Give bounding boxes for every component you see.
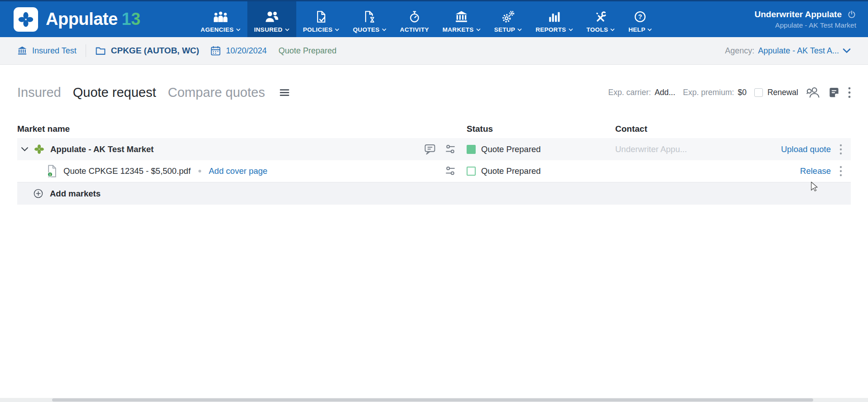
agency-selector[interactable]: Agency: Appulate - AK Test A... [725, 46, 851, 56]
logout-power-icon[interactable] [847, 10, 856, 19]
market-name: Appulate - AK Test Market [50, 144, 154, 154]
calendar-icon [210, 45, 221, 56]
breadcrumb: Insured Test CPKGE (AUTOB, WC) 10/20/202… [0, 37, 868, 65]
add-cover-page-link[interactable]: Add cover page [209, 166, 268, 176]
column-status: Status [467, 124, 615, 134]
menu-label: MARKETS [443, 26, 474, 33]
brand[interactable]: Appulate13 [0, 1, 140, 37]
chevron-down-icon[interactable] [843, 48, 851, 53]
horizontal-scrollbar-thumb[interactable] [52, 398, 813, 402]
messages-icon[interactable] [424, 143, 436, 156]
chevron-down-icon [335, 28, 339, 31]
insured-link[interactable]: Insured Test [32, 46, 77, 56]
renewal-checkbox[interactable] [754, 88, 763, 97]
tabs-row: Insured Quote request Compare quotes Exp… [17, 81, 851, 103]
svg-text:?: ? [638, 13, 642, 20]
menu-item-policies[interactable]: POLICIES [296, 1, 346, 37]
menu-item-setup[interactable]: SETUP [487, 1, 529, 37]
quote-status-text: Quote Prepared [481, 166, 541, 176]
exp-premium-label: Exp. premium: [683, 88, 734, 97]
quote-toolbar: Exp. carrier: Add... Exp. premium: $0 Re… [608, 86, 851, 99]
menu-label: QUOTES [353, 26, 380, 33]
market-clover-icon [34, 144, 44, 154]
add-markets-button[interactable]: Add markets [17, 182, 851, 205]
quotes-icon [363, 9, 376, 25]
tools-icon [593, 9, 608, 25]
menu-item-insured[interactable]: INSURED [247, 1, 296, 37]
tab-compare-quotes[interactable]: Compare quotes [168, 85, 265, 100]
market-settings-sliders-icon[interactable] [444, 143, 457, 156]
menu-label: POLICIES [303, 26, 333, 33]
page: Appulate13 AGENCIES INSUR [0, 0, 868, 402]
top-navbar: Appulate13 AGENCIES INSUR [0, 0, 868, 37]
notes-icon[interactable] [828, 86, 840, 99]
menu-item-help[interactable]: ? HELP [622, 1, 659, 37]
pdf-file-icon: i [46, 164, 58, 178]
chevron-down-icon [569, 28, 573, 31]
menu-item-tools[interactable]: TOOLS [580, 1, 622, 37]
chevron-down-icon [285, 28, 289, 31]
underwriter-view-icon[interactable] [806, 86, 820, 99]
effective-date-link[interactable]: 10/20/2024 [226, 46, 267, 56]
help-icon: ? [633, 9, 647, 25]
menu-item-activity[interactable]: ACTIVITY [393, 1, 436, 37]
quote-file-name[interactable]: Quote CPKGE 12345 - $5,500.pdf [63, 166, 191, 176]
user-organization: Appulate - AK Test Market [775, 21, 856, 29]
menu-label: INSURED [254, 26, 283, 33]
bank-icon [17, 46, 27, 56]
menu-label: TOOLS [587, 26, 608, 33]
menu-label: AGENCIES [201, 26, 234, 33]
quote-row-kebab-icon[interactable] [839, 166, 842, 177]
menu-item-reports[interactable]: REPORTS [529, 1, 579, 37]
folder-icon [95, 45, 106, 56]
menu-label: ACTIVITY [400, 26, 429, 33]
main-content: Insured Quote request Compare quotes Exp… [0, 81, 868, 205]
tab-quote-request[interactable]: Quote request [73, 85, 156, 100]
renewal-label: Renewal [767, 88, 798, 97]
horizontal-scrollbar[interactable] [0, 398, 868, 402]
chevron-down-icon [236, 28, 241, 31]
dot-separator [198, 170, 201, 172]
collapse-chevron-icon[interactable] [21, 147, 28, 151]
menu-label: SETUP [494, 26, 516, 33]
markets-icon [454, 9, 468, 25]
exp-carrier-label: Exp. carrier: [608, 88, 651, 97]
main-menu: AGENCIES INSURED POLICIES [194, 1, 659, 37]
menu-item-markets[interactable]: MARKETS [436, 1, 487, 37]
quote-file-row[interactable]: i Quote CPKGE 12345 - $5,500.pdf Add cov… [17, 160, 851, 182]
appulate-logo-icon [14, 7, 38, 32]
agency-label: Agency: [725, 46, 754, 56]
more-options-kebab-icon[interactable] [848, 87, 851, 98]
plus-circle-icon [33, 188, 43, 199]
chevron-down-icon [517, 28, 522, 31]
market-row-kebab-icon[interactable] [839, 144, 842, 155]
exp-premium-value[interactable]: $0 [738, 88, 746, 97]
brand-appulate: Appulate [46, 10, 118, 29]
status-square-outlined [467, 167, 476, 176]
agency-value[interactable]: Appulate - AK Test A... [758, 46, 839, 56]
menu-item-quotes[interactable]: QUOTES [346, 1, 393, 37]
menu-item-agencies[interactable]: AGENCIES [194, 1, 247, 37]
activity-icon [408, 9, 421, 25]
user-name[interactable]: Underwriter Appulate [755, 10, 842, 19]
market-row[interactable]: Appulate - AK Test Market Quote Prepared… [17, 138, 851, 160]
chevron-down-icon [476, 28, 481, 31]
menu-label: REPORTS [535, 26, 566, 33]
setup-icon [501, 9, 515, 25]
tabs-hamburger-icon[interactable] [280, 89, 289, 96]
quote-settings-sliders-icon[interactable] [444, 165, 457, 177]
release-link[interactable]: Release [800, 166, 831, 176]
chevron-down-icon [382, 28, 386, 31]
package-label: CPKGE (AUTOB, WC) [111, 46, 199, 56]
breadcrumb-divider [86, 44, 86, 57]
reports-icon [547, 9, 561, 25]
add-markets-label: Add markets [50, 189, 101, 199]
policies-icon [314, 9, 328, 25]
breadcrumb-insured[interactable]: Insured Test [17, 46, 77, 56]
table-header: Market name Status Contact [17, 120, 851, 138]
tab-insured[interactable]: Insured [17, 85, 61, 100]
breadcrumb-date[interactable]: 10/20/2024 [210, 45, 267, 56]
upload-quote-link[interactable]: Upload quote [781, 144, 831, 154]
exp-carrier-add-link[interactable]: Add... [655, 88, 675, 97]
market-contact: Underwriter Appu... [615, 144, 765, 154]
